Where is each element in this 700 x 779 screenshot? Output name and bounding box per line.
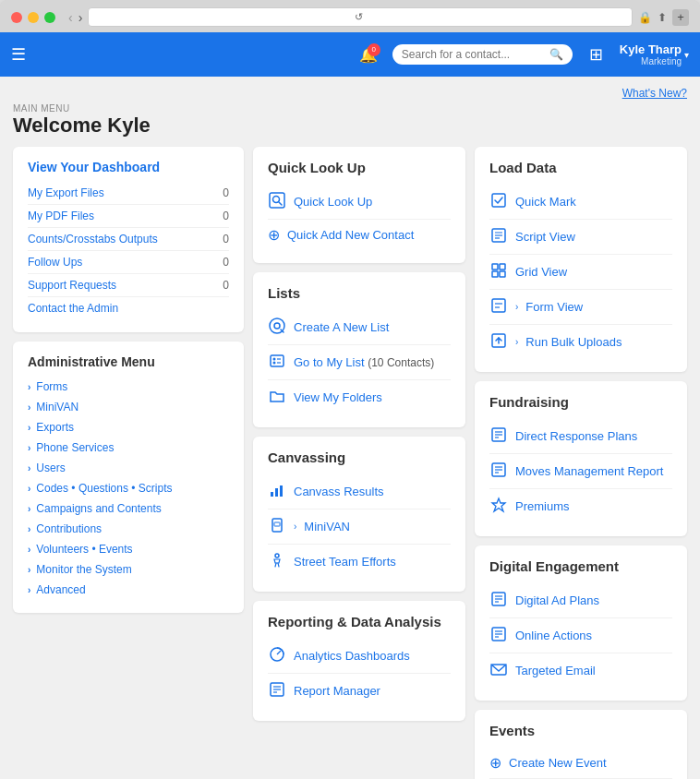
bulk-uploads-link[interactable]: › Run Bulk Uploads — [489, 325, 672, 359]
digital-ad-plans-link[interactable]: Digital Ad Plans — [489, 583, 672, 618]
exports-count: 0 — [223, 186, 229, 199]
targeted-email-label: Targeted Email — [515, 664, 596, 677]
reload-icon[interactable]: ↺ — [355, 11, 363, 23]
online-actions-link[interactable]: Online Actions — [489, 618, 672, 653]
view-folders-link[interactable]: View My Folders — [268, 380, 451, 414]
canvass-results-link[interactable]: Canvass Results — [268, 474, 451, 509]
counts-link[interactable]: Counts/Crosstabs Outputs — [28, 233, 158, 246]
targeted-email-link[interactable]: Targeted Email — [489, 653, 672, 688]
svg-rect-15 — [274, 522, 280, 526]
report-manager-icon — [268, 680, 286, 701]
exports-link[interactable]: My Export Files — [28, 186, 104, 199]
admin-item-forms[interactable]: ›Forms — [28, 377, 229, 397]
notification-badge: 0 — [368, 43, 380, 56]
analytics-link[interactable]: Analytics Dashboards — [268, 639, 451, 674]
bulk-uploads-label: Run Bulk Uploads — [525, 335, 622, 349]
lock-icon: 🔒 — [638, 11, 652, 24]
hamburger-menu[interactable]: ☰ — [11, 44, 26, 65]
close-button[interactable] — [11, 12, 22, 23]
grid-apps-icon[interactable]: ⊞ — [589, 44, 603, 65]
minivan-chevron: › — [294, 521, 296, 532]
admin-menu-title: Administrative Menu — [28, 354, 229, 369]
search-input[interactable] — [402, 48, 545, 61]
minivan-link[interactable]: › MiniVAN — [268, 509, 451, 545]
premiums-icon — [489, 496, 508, 517]
minivan-icon — [268, 516, 286, 537]
canvassing-card: Canvassing Canvass Results › — [253, 437, 465, 592]
welcome-title: Welcome Kyle — [13, 114, 687, 138]
goto-list-link[interactable]: Go to My List (10 Contacts) — [268, 345, 451, 380]
street-team-icon — [268, 551, 286, 572]
admin-item-minivan[interactable]: ›MiniVAN — [28, 397, 229, 417]
svg-rect-34 — [492, 299, 505, 312]
admin-item-users[interactable]: ›Users — [28, 458, 229, 478]
create-event-label: Create New Event — [509, 756, 607, 770]
quick-lookup-link[interactable]: Quick Look Up — [268, 185, 451, 220]
whats-new-link[interactable]: What's New? — [622, 87, 687, 100]
fundraising-card: Fundraising Direct Response Plans Moves — [475, 381, 687, 536]
svg-rect-30 — [492, 264, 498, 270]
svg-line-2 — [279, 202, 282, 205]
search-icon: 🔍 — [549, 48, 563, 61]
canvass-results-label: Canvass Results — [294, 485, 384, 498]
user-menu[interactable]: Kyle Tharp Marketing ▾ — [620, 42, 689, 67]
grid-view-link[interactable]: Grid View — [489, 255, 672, 290]
admin-item-campaigns[interactable]: ›Campaigns and Contents — [28, 498, 229, 519]
premiums-label: Premiums — [515, 499, 570, 513]
direct-response-link[interactable]: Direct Response Plans — [489, 419, 672, 454]
maximize-button[interactable] — [44, 12, 55, 23]
svg-rect-13 — [280, 485, 283, 497]
script-view-link[interactable]: Script View — [489, 220, 672, 255]
user-dropdown-arrow: ▾ — [684, 50, 689, 60]
support-link[interactable]: Support Requests — [28, 279, 116, 292]
user-role: Marketing — [620, 56, 682, 66]
fundraising-title: Fundraising — [489, 394, 672, 410]
minivan-label: MiniVAN — [304, 520, 350, 533]
reporting-card: Reporting & Data Analysis Analytics Dash… — [253, 601, 465, 721]
dashboard-title[interactable]: View Your Dashboard — [28, 160, 229, 174]
followups-link[interactable]: Follow Ups — [28, 256, 82, 269]
svg-point-4 — [274, 323, 280, 329]
list-contacts-badge: (10 Contacts) — [368, 356, 434, 369]
premiums-link[interactable]: Premiums — [489, 489, 672, 523]
quick-lookup-label: Quick Look Up — [294, 195, 372, 209]
forward-button[interactable]: › — [78, 10, 83, 25]
dashboard-row-exports: My Export Files 0 — [28, 182, 229, 205]
admin-item-codes[interactable]: ›Codes • Questions • Scripts — [28, 478, 229, 498]
quick-mark-icon — [489, 191, 508, 212]
pdf-link[interactable]: My PDF Files — [28, 210, 94, 222]
notification-bell[interactable]: 🔔 0 — [359, 46, 378, 64]
admin-item-contributions[interactable]: ›Contributions — [28, 519, 229, 539]
search-bar[interactable]: 🔍 — [392, 44, 573, 65]
quick-lookup-icon — [268, 191, 286, 212]
admin-menu-card: Administrative Menu ›Forms ›MiniVAN ›Exp… — [13, 342, 244, 613]
admin-item-volunteers[interactable]: ›Volunteers • Events — [28, 539, 229, 559]
minimize-button[interactable] — [28, 12, 39, 23]
admin-item-exports[interactable]: ›Exports — [28, 417, 229, 437]
direct-response-label: Direct Response Plans — [515, 429, 637, 443]
load-data-title: Load Data — [489, 160, 672, 175]
new-tab-button[interactable]: + — [672, 9, 689, 26]
pdf-count: 0 — [223, 210, 229, 222]
create-list-link[interactable]: Create A New List — [268, 310, 451, 345]
contact-admin-link[interactable]: Contact the Admin — [28, 302, 118, 315]
admin-item-phone[interactable]: ›Phone Services — [28, 437, 229, 458]
support-count: 0 — [223, 279, 229, 292]
main-menu-label: MAIN MENU — [13, 103, 687, 114]
admin-item-monitor[interactable]: ›Monitor the System — [28, 559, 229, 580]
report-manager-link[interactable]: Report Manager — [268, 674, 451, 708]
form-view-link[interactable]: › Form View — [489, 290, 672, 325]
back-button[interactable]: ‹ — [68, 10, 73, 25]
canvassing-title: Canvassing — [268, 449, 451, 465]
dashboard-card: View Your Dashboard My Export Files 0 My… — [13, 147, 244, 332]
admin-item-advanced[interactable]: ›Advanced — [28, 580, 229, 600]
svg-rect-32 — [492, 271, 498, 277]
quick-mark-link[interactable]: Quick Mark — [489, 185, 672, 220]
moves-management-link[interactable]: Moves Management Report — [489, 454, 672, 489]
direct-response-icon — [489, 425, 508, 447]
share-icon[interactable]: ⬆ — [658, 11, 667, 24]
quick-add-contact-link[interactable]: ⊕ Quick Add New Contact — [268, 220, 451, 250]
street-team-link[interactable]: Street Team Efforts — [268, 545, 451, 579]
svg-rect-31 — [500, 264, 505, 270]
create-event-link[interactable]: ⊕ Create New Event — [489, 748, 672, 779]
